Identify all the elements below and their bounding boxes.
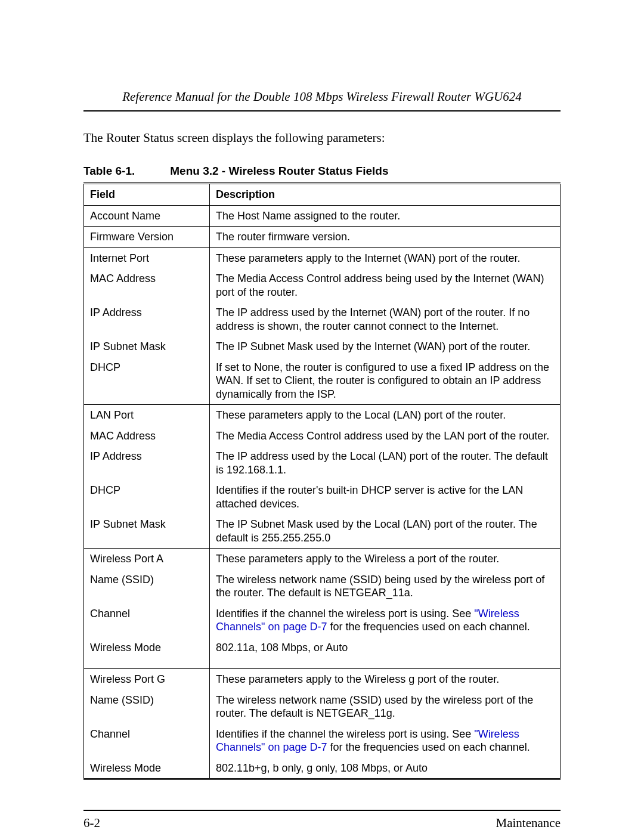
- desc-cell: 802.11a, 108 Mbps, or Auto: [210, 637, 561, 669]
- desc-cell: Identifies if the channel the wireless p…: [210, 724, 561, 758]
- table-row: Wireless Mode 802.11b+g, b only, g only,…: [84, 758, 561, 779]
- table-row: MAC Address The Media Access Control add…: [84, 426, 561, 447]
- field-cell: Channel: [84, 603, 210, 637]
- desc-cell: The IP Subnet Mask used by the Internet …: [210, 336, 561, 357]
- desc-cell: These parameters apply to the Internet (…: [210, 247, 561, 268]
- desc-cell: The IP address used by the Internet (WAN…: [210, 302, 561, 336]
- page-footer: 6-2 Maintenance M-10153-01: [83, 810, 561, 833]
- page-number: 6-2: [83, 816, 100, 831]
- table-row: IP Subnet Mask The IP Subnet Mask used b…: [84, 514, 561, 549]
- text-run: for the frequencies used on each channel…: [327, 741, 530, 753]
- table-row: MAC Address The Media Access Control add…: [84, 268, 561, 302]
- header-field: Field: [84, 184, 210, 206]
- table-row: IP Address The IP address used by the In…: [84, 302, 561, 336]
- table-row: Channel Identifies if the channel the wi…: [84, 724, 561, 758]
- table-row: Name (SSID) The wireless network name (S…: [84, 690, 561, 724]
- table-row: Wireless Port A These parameters apply t…: [84, 549, 561, 569]
- field-cell: Channel: [84, 724, 210, 758]
- desc-cell: The IP address used by the Local (LAN) p…: [210, 446, 561, 480]
- table-row: Name (SSID) The wireless network name (S…: [84, 569, 561, 603]
- field-cell: IP Subnet Mask: [84, 336, 210, 357]
- desc-cell: The wireless network name (SSID) used by…: [210, 690, 561, 724]
- table-number: Table 6-1.: [83, 165, 167, 178]
- table-row: IP Address The IP address used by the Lo…: [84, 446, 561, 480]
- table-header-row: Field Description: [84, 184, 561, 206]
- field-cell: Name (SSID): [84, 569, 210, 603]
- table-row: Wireless Mode 802.11a, 108 Mbps, or Auto: [84, 637, 561, 669]
- table-row: Wireless Port G These parameters apply t…: [84, 669, 561, 690]
- desc-cell: These parameters apply to the Wireless g…: [210, 669, 561, 690]
- desc-cell: Identifies if the router's built-in DHCP…: [210, 480, 561, 514]
- field-cell: LAN Port: [84, 405, 210, 426]
- desc-cell: The router firmware version.: [210, 227, 561, 248]
- field-cell: Name (SSID): [84, 690, 210, 724]
- table-row: Account Name The Host Name assigned to t…: [84, 205, 561, 227]
- desc-cell: These parameters apply to the Local (LAN…: [210, 405, 561, 426]
- section-name: Maintenance: [496, 816, 561, 831]
- desc-cell: If set to None, the router is configured…: [210, 357, 561, 405]
- desc-cell: 802.11b+g, b only, g only, 108 Mbps, or …: [210, 758, 561, 779]
- table-row: LAN Port These parameters apply to the L…: [84, 405, 561, 426]
- desc-cell: These parameters apply to the Wireless a…: [210, 549, 561, 569]
- desc-cell: The IP Subnet Mask used by the Local (LA…: [210, 514, 561, 549]
- table-row: DHCP If set to None, the router is confi…: [84, 357, 561, 405]
- field-cell: IP Address: [84, 446, 210, 480]
- status-fields-table: Field Description Account Name The Host …: [83, 182, 561, 780]
- field-cell: IP Subnet Mask: [84, 514, 210, 549]
- field-cell: MAC Address: [84, 268, 210, 302]
- desc-cell: The Host Name assigned to the router.: [210, 205, 561, 227]
- text-run: Identifies if the channel the wireless p…: [216, 728, 474, 740]
- field-cell: Wireless Port G: [84, 669, 210, 690]
- desc-cell: The Media Access Control address used by…: [210, 426, 561, 447]
- field-cell: Internet Port: [84, 247, 210, 268]
- field-cell: DHCP: [84, 357, 210, 405]
- intro-paragraph: The Router Status screen displays the fo…: [83, 131, 561, 145]
- field-cell: MAC Address: [84, 426, 210, 447]
- field-cell: Wireless Port A: [84, 549, 210, 569]
- table-title: Menu 3.2 - Wireless Router Status Fields: [170, 165, 388, 177]
- field-cell: IP Address: [84, 302, 210, 336]
- field-cell: Wireless Mode: [84, 758, 210, 779]
- table-row: IP Subnet Mask The IP Subnet Mask used b…: [84, 336, 561, 357]
- text-run: for the frequencies used on each channel…: [327, 621, 530, 633]
- table-row: Channel Identifies if the channel the wi…: [84, 603, 561, 637]
- desc-cell: The wireless network name (SSID) being u…: [210, 569, 561, 603]
- table-row: Internet Port These parameters apply to …: [84, 247, 561, 268]
- page: Reference Manual for the Double 108 Mbps…: [0, 0, 644, 833]
- text-run: Identifies if the channel the wireless p…: [216, 608, 474, 620]
- desc-cell: The Media Access Control address being u…: [210, 268, 561, 302]
- table-row: DHCP Identifies if the router's built-in…: [84, 480, 561, 514]
- field-cell: Wireless Mode: [84, 637, 210, 669]
- field-cell: Account Name: [84, 205, 210, 227]
- table-row: Firmware Version The router firmware ver…: [84, 227, 561, 248]
- field-cell: Firmware Version: [84, 227, 210, 248]
- desc-cell: Identifies if the channel the wireless p…: [210, 603, 561, 637]
- field-cell: DHCP: [84, 480, 210, 514]
- table-caption: Table 6-1. Menu 3.2 - Wireless Router St…: [83, 165, 561, 178]
- running-head: Reference Manual for the Double 108 Mbps…: [83, 89, 561, 112]
- header-description: Description: [210, 184, 561, 206]
